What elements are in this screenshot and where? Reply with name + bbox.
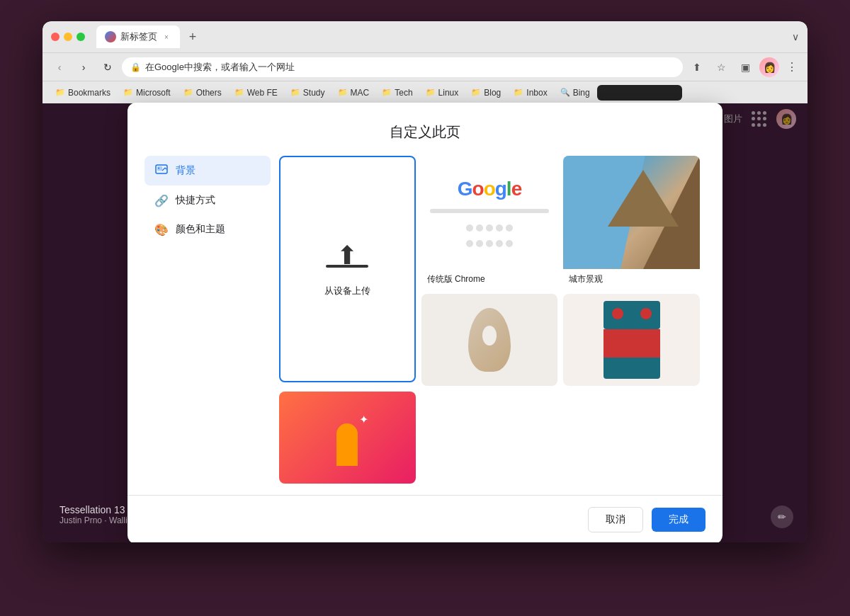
figure-shape: ✦ — [329, 409, 365, 466]
address-input[interactable]: 🔒 在Google中搜索，或者输入一个网址 — [122, 57, 683, 77]
search-bar-mock — [430, 209, 550, 213]
browser-window: 新标签页 × + ∨ ‹ › ↻ 🔒 在Google中搜索，或者输入一个网址 ⬆… — [42, 21, 808, 542]
user-avatar[interactable]: 👩 — [759, 57, 779, 77]
bookmark-label: Bing — [573, 88, 590, 98]
done-button[interactable]: 完成 — [652, 508, 706, 532]
cancel-button[interactable]: 取消 — [588, 507, 643, 532]
dialog-overlay: 自定义此页 — [42, 103, 808, 542]
grid-item-totem[interactable] — [563, 294, 700, 386]
sidebar-item-shortcuts[interactable]: 🔗 快捷方式 — [144, 187, 271, 215]
edit-background-button[interactable]: ✏ — [771, 506, 793, 528]
bookmark-label: Linux — [438, 88, 459, 98]
bookmark-item-mac[interactable]: 📁 MAC — [332, 86, 375, 100]
mock-dot — [476, 224, 483, 232]
bookmark-item-bookmarks[interactable]: 📁 Bookmarks — [50, 86, 116, 100]
page-content: Gmail 图片 👩 自定义此页 — [42, 103, 808, 542]
grid-item-city[interactable]: 城市景观 — [563, 156, 700, 288]
city-label: 城市景观 — [563, 269, 700, 288]
wallpaper-author: Justin Prno · Walli — [60, 515, 128, 525]
background-grid: ⬆ 从设备上传 Google — [279, 156, 706, 484]
sculpture-shape — [468, 308, 511, 372]
tab-expand-button[interactable]: ∨ — [792, 31, 799, 42]
bookmark-item-inbox[interactable]: 📁 Inbox — [508, 86, 552, 100]
mock-dot — [496, 224, 503, 232]
totem-mid — [604, 329, 660, 358]
folder-icon: 📁 — [183, 88, 193, 97]
sidebar-item-background[interactable]: 背景 — [144, 156, 271, 186]
bookmark-item-tech[interactable]: 📁 Tech — [376, 86, 418, 100]
bookmark-label: Blog — [484, 88, 501, 98]
back-button[interactable]: ‹ — [50, 57, 69, 77]
totem-bg — [563, 294, 700, 386]
shortcuts-icon: 🔗 — [154, 194, 169, 207]
customize-dialog: 自定义此页 — [128, 103, 722, 543]
folder-icon: 📁 — [471, 88, 481, 97]
sidebar-item-themes-label: 颜色和主题 — [176, 223, 225, 236]
folder-icon: 📁 — [290, 88, 300, 97]
mock-dots-row1 — [466, 224, 513, 232]
bookmarks-bar: 📁 Bookmarks 📁 Microsoft 📁 Others 📁 Web F… — [42, 81, 808, 103]
folder-icon: 📁 — [426, 88, 436, 97]
dialog-sidebar: 背景 🔗 快捷方式 🎨 颜色和主题 — [144, 156, 279, 495]
bookmark-item-study[interactable]: 📁 Study — [285, 86, 331, 100]
wallpaper-title: Tessellation 13 — [60, 504, 128, 515]
grid-item-classic[interactable]: Google — [421, 156, 558, 288]
orange-bg: ✦ — [279, 392, 416, 484]
tab-title: 新标签页 — [120, 30, 157, 43]
folder-icon: 📁 — [338, 88, 348, 97]
grid-item-sculpture[interactable] — [421, 294, 558, 386]
bookmark-label: Web FE — [247, 88, 278, 98]
bookmark-label: MAC — [351, 88, 370, 98]
sidebar-item-themes[interactable]: 🎨 颜色和主题 — [144, 216, 271, 244]
bookmark-item-others[interactable]: 📁 Others — [178, 86, 227, 100]
bookmark-item-linux[interactable]: 📁 Linux — [420, 86, 465, 100]
traffic-lights — [51, 33, 85, 41]
grid-item-upload[interactable]: ⬆ 从设备上传 — [279, 156, 416, 386]
mock-dot — [506, 240, 513, 247]
bookmark-icon[interactable]: ☆ — [711, 57, 731, 77]
dialog-main: ⬆ 从设备上传 Google — [279, 156, 706, 495]
folder-icon: 📁 — [234, 88, 244, 97]
totem-top — [604, 301, 660, 329]
totem-eye-right — [640, 308, 652, 319]
mock-dot — [486, 240, 493, 247]
address-bar-row: ‹ › ↻ 🔒 在Google中搜索，或者输入一个网址 ⬆ ☆ ▣ 👩 ⋮ — [42, 52, 808, 81]
minimize-window-button[interactable] — [64, 33, 72, 41]
share-icon[interactable]: ⬆ — [687, 57, 707, 77]
mock-dot — [496, 240, 503, 247]
split-view-icon[interactable]: ▣ — [735, 57, 755, 77]
bookmark-label: Tech — [395, 88, 412, 98]
forward-button[interactable]: › — [74, 57, 94, 77]
upload-label: 从设备上传 — [324, 285, 370, 297]
title-bar: 新标签页 × + ∨ — [42, 21, 808, 52]
totem-bot — [604, 358, 660, 379]
refresh-button[interactable]: ↻ — [98, 57, 118, 77]
tab-close-button[interactable]: × — [162, 32, 171, 42]
mock-dot — [466, 240, 473, 247]
grid-item-orange[interactable]: ✦ — [279, 392, 416, 484]
bookmark-item-bing[interactable]: 🔍 Bing — [555, 86, 596, 100]
sidebar-item-background-label: 背景 — [176, 164, 196, 177]
mock-dots-row2 — [466, 240, 513, 247]
mock-dot — [506, 224, 513, 232]
bookmark-item-webfe[interactable]: 📁 Web FE — [229, 86, 283, 100]
toolbar-icons: ⬆ ☆ ▣ 👩 ⋮ — [687, 57, 800, 77]
bookmark-label: Others — [196, 88, 222, 98]
upload-underline — [326, 265, 368, 268]
active-tab[interactable]: 新标签页 × — [96, 25, 180, 48]
figure-person — [336, 423, 358, 466]
blacked-out-area — [597, 85, 682, 101]
svg-rect-1 — [157, 166, 162, 171]
bookmark-item-blog[interactable]: 📁 Blog — [465, 86, 506, 100]
folder-icon: 📁 — [123, 88, 133, 97]
bookmark-label: Bookmarks — [68, 88, 110, 98]
more-menu-icon[interactable]: ⋮ — [783, 60, 800, 74]
bookmark-item-microsoft[interactable]: 📁 Microsoft — [118, 86, 176, 100]
bookmark-label: Study — [303, 88, 325, 98]
close-window-button[interactable] — [51, 33, 60, 41]
bookmark-label: Inbox — [526, 88, 547, 98]
maximize-window-button[interactable] — [76, 33, 85, 41]
sculpture-bg — [421, 294, 558, 386]
new-tab-button[interactable]: + — [183, 27, 203, 47]
themes-icon: 🎨 — [154, 223, 169, 236]
